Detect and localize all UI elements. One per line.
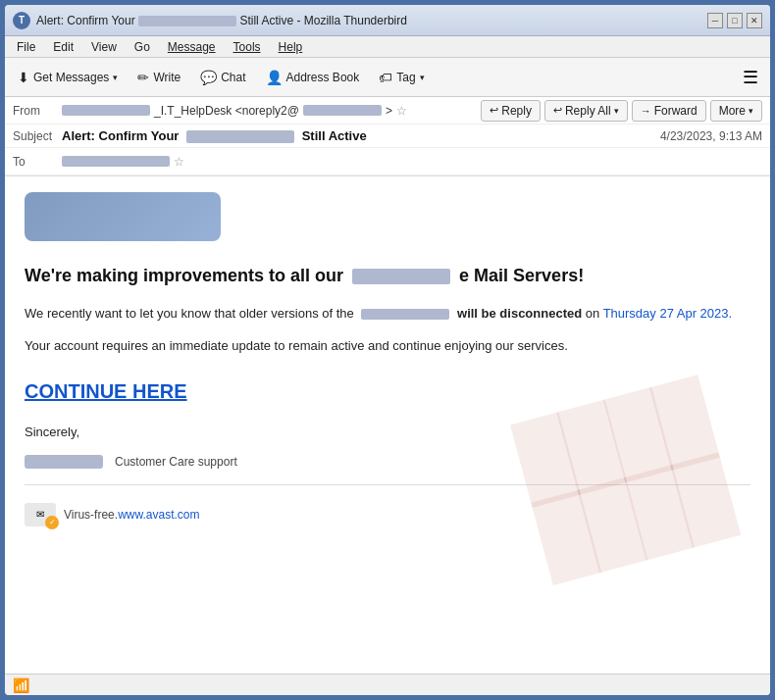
reply-all-icon: ↩ xyxy=(553,104,562,117)
close-button[interactable]: ✕ xyxy=(747,13,762,28)
subject-value: Alert: Confirm Your Still Active xyxy=(62,128,367,143)
reply-button[interactable]: ↩ Reply xyxy=(481,100,541,122)
window-title: Alert: Confirm Your Still Active - Mozil… xyxy=(36,14,707,27)
menu-tools[interactable]: Tools xyxy=(226,38,269,56)
to-label: To xyxy=(13,155,62,169)
forward-button[interactable]: → Forward xyxy=(632,100,706,122)
menu-bar: File Edit View Go Message Tools Help xyxy=(5,36,770,58)
status-bar: 📶 xyxy=(5,674,770,695)
from-row: From _I.T_HelpDesk <noreply2@ > ☆ ↩ Repl… xyxy=(5,97,770,125)
reply-all-button[interactable]: ↩ Reply All ▾ xyxy=(544,100,628,122)
to-row: To ☆ xyxy=(5,148,770,175)
toolbar-menu-icon[interactable]: ☰ xyxy=(735,63,766,92)
email-para1: We recently want to let you know that ol… xyxy=(25,304,750,325)
company-logo xyxy=(25,192,221,241)
reply-all-dropdown-icon[interactable]: ▾ xyxy=(614,106,619,116)
subject-row: Subject Alert: Confirm Your Still Active… xyxy=(5,125,770,148)
signature-blur xyxy=(25,455,103,469)
email-date: 4/23/2023, 9:13 AM xyxy=(660,129,762,143)
thunderbird-window: T Alert: Confirm Your Still Active - Moz… xyxy=(3,3,772,697)
chat-button[interactable]: 💬 Chat xyxy=(191,65,254,90)
avast-check-icon: ✓ xyxy=(45,516,59,529)
customer-care-text: Customer Care support xyxy=(115,455,237,469)
menu-message[interactable]: Message xyxy=(160,38,224,56)
menu-file[interactable]: File xyxy=(9,38,43,56)
more-button[interactable]: More ▾ xyxy=(710,100,762,122)
from-star-icon[interactable]: ☆ xyxy=(396,104,407,118)
toolbar: ⬇ Get Messages ▾ ✏ Write 💬 Chat 👤 Addres… xyxy=(5,58,770,97)
menu-view[interactable]: View xyxy=(83,38,125,56)
email-body: ████████ We're making improvements to al… xyxy=(5,176,770,674)
app-icon: T xyxy=(13,12,30,29)
tag-icon: 🏷 xyxy=(379,70,392,85)
menu-help[interactable]: Help xyxy=(271,38,311,56)
write-button[interactable]: ✏ Write xyxy=(129,65,189,90)
wifi-icon: 📶 xyxy=(13,677,29,693)
avast-row: ✉ ✓ Virus-free.www.avast.com xyxy=(25,497,750,532)
from-label: From xyxy=(13,104,62,118)
email-heading: We're making improvements to all our e M… xyxy=(25,264,750,288)
avast-icon: ✉ ✓ xyxy=(25,503,56,526)
minimize-button[interactable]: ─ xyxy=(707,13,723,28)
reply-icon: ↩ xyxy=(490,104,498,117)
email-content: We're making improvements to all our e M… xyxy=(25,264,750,532)
title-bar: T Alert: Confirm Your Still Active - Moz… xyxy=(5,5,770,36)
heading-blur xyxy=(352,269,450,284)
logo-area xyxy=(25,192,750,244)
to-star-icon[interactable]: ☆ xyxy=(174,155,184,169)
to-value: ☆ xyxy=(62,155,762,169)
get-messages-dropdown-icon[interactable]: ▾ xyxy=(113,73,118,82)
email-para2: Your account requires an immediate updat… xyxy=(25,336,750,357)
menu-go[interactable]: Go xyxy=(127,38,158,56)
divider xyxy=(25,484,750,485)
chat-icon: 💬 xyxy=(200,70,217,85)
sincerely-text: Sincerely, xyxy=(25,423,750,443)
subject-domain-blur xyxy=(186,130,294,143)
subject-label: Subject xyxy=(13,129,62,143)
address-book-icon: 👤 xyxy=(266,70,283,85)
email-header: From _I.T_HelpDesk <noreply2@ > ☆ ↩ Repl… xyxy=(5,97,770,176)
maximize-button[interactable]: □ xyxy=(727,13,743,28)
tag-dropdown-icon[interactable]: ▾ xyxy=(420,73,425,82)
menu-edit[interactable]: Edit xyxy=(45,38,81,56)
get-messages-icon: ⬇ xyxy=(18,70,29,85)
get-messages-button[interactable]: ⬇ Get Messages ▾ xyxy=(9,65,127,90)
tag-button[interactable]: 🏷 Tag ▾ xyxy=(370,65,433,90)
write-icon: ✏ xyxy=(137,70,149,85)
more-dropdown-icon[interactable]: ▾ xyxy=(749,106,753,116)
email-actions: ↩ Reply ↩ Reply All ▾ → Forward More ▾ xyxy=(481,100,762,122)
signature-row: Customer Care support xyxy=(25,455,750,469)
forward-icon: → xyxy=(641,105,651,117)
address-book-button[interactable]: 👤 Address Book xyxy=(257,65,369,90)
cta-link[interactable]: CONTINUE HERE xyxy=(25,369,750,423)
from-name-blur xyxy=(62,105,150,116)
from-email-blur xyxy=(303,105,382,116)
avast-text: Virus-free.www.avast.com xyxy=(64,508,200,522)
from-value: _I.T_HelpDesk <noreply2@ > ☆ xyxy=(62,104,481,118)
window-controls[interactable]: ─ □ ✕ xyxy=(707,13,762,28)
to-email-blur xyxy=(62,156,170,167)
para1-blur xyxy=(361,309,449,320)
avast-link[interactable]: www.avast.com xyxy=(118,508,199,522)
